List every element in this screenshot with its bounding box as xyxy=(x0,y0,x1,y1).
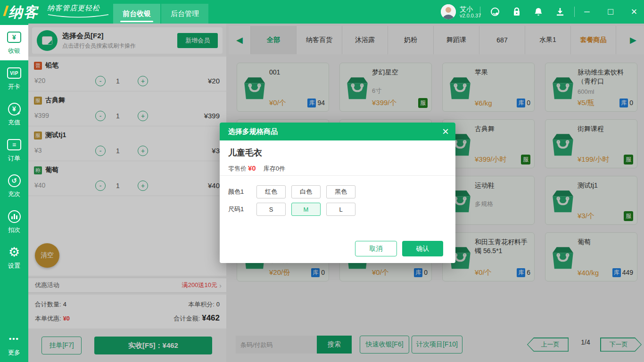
sidebar-item-more[interactable]: ••• 更多 xyxy=(0,330,28,358)
deduct-times-icon xyxy=(8,209,21,223)
nav-tab[interactable]: 前台收银 xyxy=(113,4,160,24)
sidebar-item[interactable]: ↺ 充次 xyxy=(0,168,28,204)
dialog-header: 选择多规格商品 × xyxy=(220,123,455,140)
divider xyxy=(220,175,455,176)
spec-group-label: 颜色1 xyxy=(228,188,256,196)
app-version: v2.0.0.37 xyxy=(460,13,481,19)
separator xyxy=(480,7,480,17)
bell-icon[interactable] xyxy=(534,7,543,16)
topbar-icons xyxy=(490,0,565,24)
sidebar-item[interactable]: ¥+ 充值 xyxy=(0,97,28,132)
download-icon[interactable] xyxy=(555,7,565,16)
spec-groups: 颜色1 红色 白色 黑色 尺码1 S M xyxy=(228,181,447,216)
spec-group-label: 尺码1 xyxy=(228,205,256,214)
recharge-times-icon: ↺ xyxy=(8,173,21,188)
user-box[interactable]: 艾小 v2.0.0.37 xyxy=(441,4,481,19)
spec-group-row: 颜色1 红色 白色 黑色 xyxy=(228,185,447,198)
close-icon[interactable]: × xyxy=(628,6,640,18)
sidebar-item-label: 充次 xyxy=(8,190,20,198)
spec-option-button[interactable]: 黑色 xyxy=(326,185,355,198)
dialog-title: 选择多规格商品 xyxy=(228,127,278,136)
sidebar-item-label: 扣次 xyxy=(8,226,20,234)
app-logo: 纳客 xyxy=(8,3,39,22)
confirm-button[interactable]: 确认 xyxy=(402,241,443,256)
slogan-underline xyxy=(47,14,109,18)
sidebar-item-label: 设置 xyxy=(8,262,20,270)
maximize-icon[interactable]: □ xyxy=(604,6,617,18)
recharge-icon: ¥+ xyxy=(8,102,21,116)
sidebar-item-label: 充值 xyxy=(8,118,20,127)
settings-icon: ⚙ xyxy=(8,245,20,259)
sidebar-item-label: 收银 xyxy=(8,47,20,55)
avatar xyxy=(441,4,456,19)
sidebar-item-label: 开卡 xyxy=(8,82,20,91)
spec-option-button[interactable]: 红色 xyxy=(256,185,286,198)
orders-icon: ≡ xyxy=(7,138,21,152)
topbar: 纳客 纳客管店更轻松 前台收银 后台管理 艾小 v2.0.0.37 xyxy=(0,0,644,24)
retail-price-value: ¥0 xyxy=(248,164,256,172)
spec-option-button[interactable]: S xyxy=(256,203,286,216)
sidebar-item-label: 更多 xyxy=(8,348,20,357)
spec-option-button[interactable]: L xyxy=(326,203,355,216)
spec-select-dialog: 选择多规格商品 × 儿童毛衣 零售价 ¥0 库存0件 颜色1 红色 白色 黑色 xyxy=(220,123,455,263)
sidebar-item[interactable]: ¥ 收银 xyxy=(0,25,28,60)
spec-option-button[interactable]: M xyxy=(291,203,321,216)
spec-group-row: 尺码1 S M L xyxy=(228,203,447,216)
slogan: 纳客管店更轻松 xyxy=(47,4,111,18)
support-icon[interactable] xyxy=(490,7,500,16)
cancel-button[interactable]: 取消 xyxy=(355,241,397,256)
lock-icon[interactable] xyxy=(512,7,521,16)
minimize-icon[interactable]: ─ xyxy=(581,6,593,18)
nav-tab[interactable]: 后台管理 xyxy=(161,4,208,24)
close-icon[interactable]: × xyxy=(442,126,449,137)
sidebar-item[interactable]: ⚙ 设置 xyxy=(0,240,28,275)
dialog-product-name: 儿童毛衣 xyxy=(228,147,262,158)
sidebar-item[interactable]: 扣次 xyxy=(0,204,28,239)
main-nav: 前台收银 后台管理 xyxy=(113,4,209,24)
window-controls: ─ □ × xyxy=(581,0,640,24)
vip-card-icon: VIP xyxy=(7,66,21,80)
sidebar-item[interactable]: VIP 开卡 xyxy=(0,61,28,96)
user-name: 艾小 xyxy=(460,5,481,13)
separator xyxy=(574,7,575,17)
retail-price-label: 零售价 xyxy=(228,165,247,173)
sidebar: ¥ 收银 VIP 开卡 ¥+ 充值 ≡ 订单 ↺ 充次 xyxy=(0,24,28,362)
spec-option-button[interactable]: 白色 xyxy=(291,185,321,198)
cashier-icon: ¥ xyxy=(7,30,21,44)
sidebar-item-label: 订单 xyxy=(8,154,20,163)
more-dots-icon: ••• xyxy=(9,332,19,346)
app-window: 纳客 纳客管店更轻松 前台收银 后台管理 艾小 v2.0.0.37 xyxy=(0,0,644,362)
sidebar-item[interactable]: ≡ 订单 xyxy=(0,132,28,168)
dialog-stock-text: 库存0件 xyxy=(264,165,285,173)
